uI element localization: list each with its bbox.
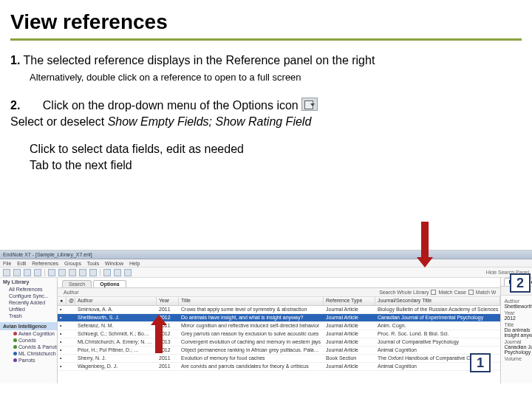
reference-panel: Reference Preview Attached PDFs Show Emp… bbox=[501, 278, 532, 383]
step-1-text: The selected reference displays in the R… bbox=[24, 54, 375, 66]
step-2: 2. Click on the drop-down menu of the Op… bbox=[10, 98, 522, 129]
reference-list-pane: Search Options Author Search Whole Libra… bbox=[58, 278, 501, 383]
toolbar-icon[interactable] bbox=[124, 269, 132, 276]
toolbar-separator bbox=[44, 269, 45, 276]
field-value-year[interactable]: 2012 bbox=[504, 316, 532, 321]
title-rule bbox=[10, 38, 522, 41]
table-row[interactable]: •Prior, H.; Pol Pittner, D.; …2012Object… bbox=[58, 347, 500, 355]
table-row[interactable]: •Seferanz, N. M.2011Mirror cognition and… bbox=[58, 322, 500, 330]
reference-fields: Author Shettleworth, S. J. Year 2012 Tit… bbox=[501, 296, 532, 363]
match-word-checkbox[interactable] bbox=[468, 290, 474, 295]
match-case-checkbox[interactable] bbox=[431, 290, 436, 295]
col-hdr-title[interactable]: Title bbox=[179, 297, 324, 305]
col-hdr-reftype[interactable]: Reference Type bbox=[324, 297, 375, 305]
sidebar-item[interactable]: Trash bbox=[0, 313, 57, 319]
app-toolbar: Hide Search Panel bbox=[0, 267, 532, 278]
app-screenshot: EndNote X7 - [Sample_Library_X7.enl] Fil… bbox=[0, 250, 532, 383]
tab-search[interactable]: Search bbox=[62, 280, 92, 287]
menu-tools[interactable]: Tools bbox=[87, 261, 99, 266]
step-1-num: 1. bbox=[10, 54, 20, 66]
menu-file[interactable]: File bbox=[3, 261, 11, 266]
step-2-line2-options: Show Empty Fields; Show Rating Field bbox=[108, 115, 312, 128]
sidebar-set[interactable]: Avian Cognition bbox=[0, 330, 57, 337]
field-label-title: Title bbox=[504, 322, 532, 327]
tab-options[interactable]: Options bbox=[93, 280, 126, 287]
toolbar-icon[interactable] bbox=[89, 269, 97, 276]
col-hdr-icon[interactable]: ● bbox=[58, 297, 66, 305]
list-column-headers: ● @ Author Year Title Reference Type Jou… bbox=[58, 297, 500, 306]
toolbar-icon[interactable] bbox=[114, 269, 121, 276]
step-1-sub: Alternatively, double click on a referen… bbox=[30, 72, 522, 83]
menu-references[interactable]: References bbox=[32, 261, 58, 266]
menu-window[interactable]: Window bbox=[105, 261, 123, 266]
toolbar-icon[interactable] bbox=[79, 269, 86, 276]
field-value-author[interactable]: Shettleworth, S. J. bbox=[504, 304, 532, 309]
table-row[interactable]: •Wagenberg, D. J.2011Are corvids and par… bbox=[58, 363, 500, 371]
menu-edit[interactable]: Edit bbox=[17, 261, 26, 266]
app-menubar[interactable]: File Edit References Groups Tools Window… bbox=[0, 259, 532, 267]
field-label-volume: Volume bbox=[504, 356, 532, 361]
sidebar-set[interactable]: Parrots bbox=[0, 357, 57, 364]
field-label-year: Year bbox=[504, 310, 532, 316]
col-hdr-year[interactable]: Year bbox=[157, 297, 179, 305]
field-label-journal: Journal bbox=[504, 339, 532, 344]
callout-1: 1 bbox=[470, 353, 491, 372]
reference-rows: •Smirnova, A. A.2011Crows that apply som… bbox=[58, 306, 500, 383]
sidebar-item[interactable]: All References bbox=[0, 286, 57, 293]
window-titlebar: EndNote X7 - [Sample_Library_X7.enl] bbox=[0, 250, 532, 259]
col-hdr-author[interactable]: Author bbox=[75, 297, 157, 305]
library-sidebar: My Library All References Configure Sync… bbox=[0, 278, 58, 383]
search-filter-row: Author Search Whole Library Match Case M… bbox=[58, 288, 500, 297]
table-row[interactable]: •MLChristchurch; A. Emery; N. J…2013Conv… bbox=[58, 338, 500, 347]
table-row[interactable]: •Sherry, N. J.2011Evolution of memory fo… bbox=[58, 355, 500, 363]
center-tabs: Search Options bbox=[58, 278, 500, 288]
toolbar-icon[interactable] bbox=[69, 269, 76, 276]
toolbar-icon[interactable] bbox=[34, 269, 41, 276]
callout-2: 2 bbox=[510, 273, 531, 293]
sidebar-group[interactable]: Avian Intelligence bbox=[0, 322, 57, 330]
toolbar-icon[interactable] bbox=[24, 269, 31, 276]
menu-groups[interactable]: Groups bbox=[64, 261, 81, 266]
sidebar-item[interactable]: Configure Sync... bbox=[0, 293, 57, 299]
toolbar-icon[interactable] bbox=[48, 269, 55, 276]
arrow-down-icon bbox=[417, 222, 433, 267]
sidebar-set[interactable]: Corvids & Parrots bbox=[0, 344, 57, 350]
filter-field-label[interactable]: Author bbox=[64, 290, 79, 295]
step-2-line2a: Select or deselect bbox=[10, 115, 108, 128]
step-2-num: 2. bbox=[10, 99, 20, 112]
page-title: View references bbox=[0, 0, 532, 38]
col-hdr-attach[interactable]: @ bbox=[66, 297, 75, 305]
toolbar-icon[interactable] bbox=[3, 269, 10, 276]
table-row[interactable]: •Smirnova, A. A.2011Crows that apply som… bbox=[58, 306, 500, 314]
step-1: 1. The selected reference displays in th… bbox=[10, 54, 522, 67]
arrow-up-icon bbox=[151, 315, 167, 353]
sidebar-item[interactable]: Recently Added bbox=[0, 299, 57, 306]
sidebar-set[interactable]: Corvids bbox=[0, 337, 57, 344]
toolbar-icon[interactable] bbox=[13, 269, 21, 276]
table-row[interactable]: •Schloegl, C.; Schmidt, K.; Bo…2012Grey … bbox=[58, 330, 500, 338]
sidebar-item[interactable]: Unfiled bbox=[0, 306, 57, 313]
field-label-author: Author bbox=[504, 299, 532, 304]
field-value-title[interactable]: Do animals have insight, and what is ins… bbox=[504, 327, 532, 338]
sidebar-set[interactable]: ML Christchurch bbox=[0, 350, 57, 357]
col-hdr-journal[interactable]: Journal/Secondary Title bbox=[375, 297, 500, 305]
step-2-line1: Click on the drop-down menu of the Optio… bbox=[43, 99, 299, 112]
search-scope-label[interactable]: Search Whole Library bbox=[379, 290, 429, 295]
step-2-extra2: Tab to the next field bbox=[30, 157, 522, 174]
toolbar-separator bbox=[100, 269, 100, 276]
menu-help[interactable]: Help bbox=[129, 261, 140, 266]
sidebar-header: My Library bbox=[0, 278, 57, 286]
step-2-extra1: Click to select data fields, edit as nee… bbox=[30, 141, 522, 157]
toolbar-icon[interactable] bbox=[58, 269, 66, 276]
toolbar-icon[interactable] bbox=[103, 269, 111, 276]
field-value-journal[interactable]: Canadian Journal of Experimental Psychol… bbox=[504, 344, 532, 355]
options-icon bbox=[301, 98, 318, 111]
table-row[interactable]: •Shettleworth, S. J.2012Do animals have … bbox=[58, 314, 500, 322]
